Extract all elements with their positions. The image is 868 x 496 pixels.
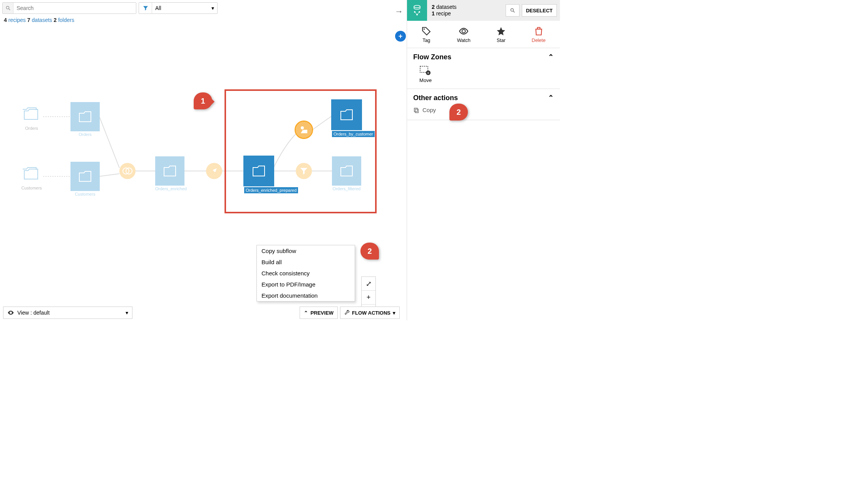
datasets-link[interactable]: datasets — [32, 17, 52, 23]
svg-line-1 — [8, 9, 10, 10]
dataset-orders-by-customer[interactable]: Orders_by_customer — [332, 100, 375, 137]
menu-copy-subflow[interactable]: Copy subflow — [257, 245, 355, 256]
search-icon — [3, 3, 13, 13]
menu-export-pdf[interactable]: Export to PDF/Image — [257, 279, 355, 290]
svg-point-0 — [6, 6, 9, 9]
menu-build-all[interactable]: Build all — [257, 256, 355, 268]
move-zone-action[interactable]: + Move — [413, 66, 438, 83]
svg-line-20 — [415, 12, 417, 14]
folders-link[interactable]: folders — [58, 17, 74, 23]
menu-export-doc[interactable]: Export documentation — [257, 290, 355, 301]
chevron-up-icon: ⌃ — [548, 94, 554, 102]
deselect-button[interactable]: DESELECT — [522, 4, 557, 17]
recipes-link[interactable]: recipes — [8, 17, 26, 23]
dataset-customers[interactable]: Customers — [70, 162, 100, 196]
flow-canvas[interactable]: Orders Customers Orders Customers Orders… — [0, 29, 402, 320]
tag-action[interactable]: Tag — [421, 26, 431, 43]
view-select[interactable]: View : default ▾ — [3, 307, 132, 319]
dataset-orders-enriched[interactable]: Orders_enriched — [155, 156, 187, 191]
chevron-up-icon: ⌃ — [304, 310, 308, 316]
flow-zones-header[interactable]: Flow Zones ⌃ — [407, 48, 560, 66]
svg-line-23 — [513, 11, 514, 13]
dataset-orders-filtered[interactable]: Orders_filtered — [332, 156, 361, 191]
recipe-join[interactable] — [119, 163, 136, 179]
star-action[interactable]: Star — [496, 26, 506, 43]
chevron-up-icon: ⌃ — [548, 53, 554, 61]
recipe-prepare[interactable] — [206, 163, 222, 179]
svg-line-21 — [417, 12, 419, 14]
dataset-orders[interactable]: Orders — [70, 102, 100, 137]
search-input[interactable] — [13, 3, 136, 13]
svg-point-16 — [414, 5, 420, 8]
search-input-wrap — [2, 2, 136, 14]
svg-point-22 — [511, 8, 513, 11]
copy-action[interactable]: Copy — [413, 107, 436, 113]
svg-rect-28 — [414, 108, 417, 111]
dataset-orders-enriched-prepared[interactable]: Orders_enriched_prepared — [244, 156, 298, 193]
flow-actions-button[interactable]: FLOW ACTIONS ▾ — [340, 307, 400, 319]
selection-summary: 2 datasets 1 recipe — [427, 4, 506, 17]
preview-button[interactable]: ⌃ PREVIEW — [300, 307, 338, 319]
fullscreen-button[interactable]: ⤢ — [362, 277, 375, 291]
folder-customers[interactable]: Customers — [20, 163, 43, 190]
menu-check-consistency[interactable]: Check consistency — [257, 268, 355, 279]
svg-text:+: + — [427, 71, 429, 75]
svg-line-4 — [99, 117, 119, 168]
selection-chip-icon — [407, 0, 427, 21]
flow-actions-menu: Copy subflow Build all Check consistency… — [256, 245, 355, 302]
svg-line-5 — [99, 174, 119, 176]
eye-icon — [7, 309, 14, 316]
recipe-filter[interactable] — [296, 163, 312, 179]
zoom-in-button[interactable]: + — [362, 291, 375, 305]
folder-orders[interactable]: Orders — [20, 104, 43, 131]
callout-2: 2 — [360, 243, 379, 260]
add-fab-button[interactable]: + — [395, 31, 406, 42]
filter-value: All — [155, 5, 161, 11]
callout-1: 1 — [194, 92, 212, 109]
recipe-group[interactable] — [296, 122, 312, 138]
svg-point-13 — [301, 126, 304, 129]
chevron-down-icon: ▾ — [211, 5, 214, 11]
svg-rect-29 — [415, 109, 418, 112]
filter-select[interactable]: All ▾ — [139, 2, 218, 14]
watch-action[interactable]: Watch — [457, 26, 471, 43]
chevron-down-icon: ▾ — [393, 310, 395, 316]
other-actions-header[interactable]: Other actions ⌃ — [407, 89, 560, 107]
callout-2-right: 2 — [449, 104, 468, 121]
funnel-icon — [139, 3, 152, 13]
right-panel: 2 datasets 1 recipe DESELECT Tag Watch S… — [407, 0, 560, 320]
wrench-icon — [344, 310, 350, 315]
delete-action[interactable]: Delete — [532, 26, 546, 43]
chevron-down-icon: ▾ — [126, 310, 128, 316]
svg-point-24 — [424, 28, 425, 30]
search-selection-button[interactable] — [506, 4, 519, 17]
expand-panel-icon[interactable]: → — [392, 5, 406, 18]
